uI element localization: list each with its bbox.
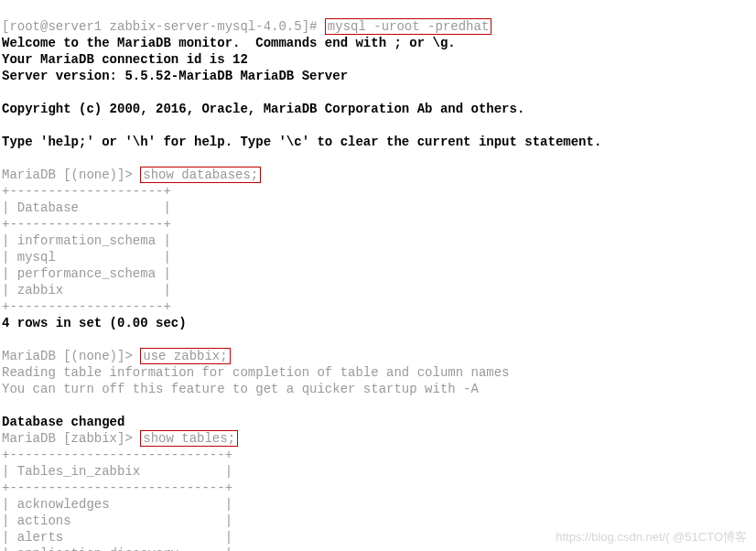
- shell-prompt: [root@server1 zabbix-server-mysql-4.0.5]…: [2, 19, 325, 34]
- copyright-line: Copyright (c) 2000, 2016, Oracle, MariaD…: [2, 102, 524, 116]
- welcome-line: Welcome to the MariaDB monitor. Commands…: [2, 36, 456, 50]
- db-row-2: | performance_schema |: [2, 266, 171, 281]
- db-border-top: +--------------------+: [2, 184, 171, 199]
- tbl-header: | Tables_in_zabbix |: [2, 464, 232, 479]
- tbl-row-0: | acknowledges |: [2, 497, 232, 512]
- mariadb-none-prompt-2: MariaDB [(none)]>: [2, 349, 140, 363]
- turnoff-line: You can turn off this feature to get a q…: [2, 382, 479, 396]
- db-header: | Database |: [2, 200, 171, 215]
- tbl-border-mid: +----------------------------+: [2, 481, 232, 495]
- connection-id-line: Your MariaDB connection id is 12: [2, 52, 248, 67]
- terminal-output: [root@server1 zabbix-server-mysql-4.0.5]…: [0, 0, 756, 551]
- server-version-line: Server version: 5.5.52-MariaDB MariaDB S…: [2, 69, 348, 83]
- cmd-use-zabbix: use zabbix;: [140, 348, 230, 364]
- db-row-1: | mysql |: [2, 250, 171, 265]
- reading-line: Reading table information for completion…: [2, 365, 510, 380]
- db-border-bot: +--------------------+: [2, 299, 171, 314]
- tbl-border-top: +----------------------------+: [2, 448, 232, 462]
- database-changed: Database changed: [2, 415, 124, 429]
- mariadb-zabbix-prompt: MariaDB [zabbix]>: [2, 431, 140, 446]
- db-border-mid: +--------------------+: [2, 217, 171, 232]
- cmd-mysql-login: mysql -uroot -predhat: [325, 18, 491, 35]
- mariadb-none-prompt: MariaDB [(none)]>: [2, 167, 140, 182]
- cmd-show-databases: show databases;: [140, 167, 261, 183]
- db-row-3: | zabbix |: [2, 283, 171, 297]
- cmd-show-tables: show tables;: [140, 430, 238, 447]
- help-line: Type 'help;' or '\h' for help. Type '\c'…: [2, 135, 601, 149]
- db-row-0: | information_schema |: [2, 233, 171, 248]
- tbl-row-1: | actions |: [2, 513, 232, 528]
- rows-in-set: 4 rows in set (0.00 sec): [2, 316, 187, 330]
- tbl-row-3: | application_discovery |: [2, 546, 232, 551]
- tbl-row-2: | alerts |: [2, 530, 232, 545]
